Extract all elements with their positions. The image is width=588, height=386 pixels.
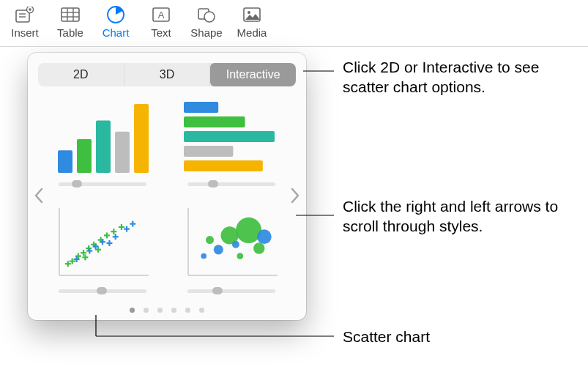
toolbar-insert[interactable]: Insert [9, 4, 41, 39]
tab-3d[interactable]: 3D [124, 63, 211, 86]
chart-thumb-bar[interactable] [180, 100, 283, 188]
svg-rect-22 [134, 104, 149, 173]
thumb-slider[interactable] [59, 180, 146, 188]
thumb-slider[interactable] [187, 180, 275, 188]
chart-popover: 2D 3D Interactive [28, 53, 306, 320]
chart-thumb-bubble[interactable] [180, 207, 283, 294]
chart-gallery [38, 100, 296, 294]
toolbar: Insert Table Chart A Text Shape Media [0, 0, 588, 47]
insert-icon [15, 4, 35, 25]
svg-rect-20 [96, 120, 111, 173]
svg-rect-19 [77, 139, 92, 173]
callout-scatter: Scatter chart [343, 327, 430, 346]
svg-point-76 [237, 253, 243, 259]
toolbar-table[interactable]: Table [54, 4, 86, 39]
svg-rect-18 [58, 150, 72, 173]
svg-rect-24 [184, 116, 245, 127]
svg-point-15 [204, 12, 215, 22]
toolbar-shape[interactable]: Shape [190, 4, 223, 39]
svg-rect-26 [184, 146, 233, 157]
toolbar-chart[interactable]: Chart [100, 4, 132, 39]
thumb-slider[interactable] [59, 287, 146, 294]
page-dot[interactable] [130, 308, 135, 313]
svg-rect-6 [62, 8, 79, 21]
page-dot[interactable] [199, 308, 204, 313]
bubble-chart-preview [184, 207, 279, 280]
svg-point-78 [214, 245, 223, 254]
page-dot[interactable] [157, 308, 163, 313]
pie-icon [105, 4, 126, 25]
svg-point-77 [201, 253, 206, 259]
shape-icon [196, 4, 217, 25]
callout-arrows: Click the right and left arrows to scrol… [343, 196, 577, 237]
svg-point-72 [206, 236, 214, 244]
tab-2d[interactable]: 2D [38, 63, 124, 86]
chart-thumb-scatter[interactable] [51, 207, 154, 294]
svg-rect-23 [184, 102, 218, 113]
scatter-chart-preview [55, 207, 150, 280]
svg-point-17 [248, 11, 250, 14]
toolbar-label: Table [57, 26, 83, 39]
tab-interactive[interactable]: Interactive [210, 63, 296, 86]
textbox-icon: A [151, 4, 171, 25]
svg-text:A: A [158, 10, 165, 21]
toolbar-text[interactable]: A Text [145, 4, 177, 39]
svg-rect-27 [184, 160, 263, 171]
page-dot[interactable] [144, 308, 149, 313]
toolbar-label: Insert [11, 26, 39, 39]
svg-rect-25 [184, 131, 275, 142]
media-icon [242, 4, 262, 25]
svg-point-79 [232, 241, 239, 248]
svg-point-80 [257, 229, 272, 244]
thumb-slider[interactable] [187, 287, 275, 294]
toolbar-media[interactable]: Media [236, 4, 268, 39]
page-dots [38, 308, 296, 313]
column-chart-preview [55, 100, 150, 173]
toolbar-label: Text [151, 26, 171, 39]
svg-point-75 [253, 242, 264, 253]
page-dot[interactable] [171, 308, 176, 313]
toolbar-label: Chart [103, 26, 130, 39]
chart-thumb-column[interactable] [51, 100, 154, 188]
toolbar-label: Media [237, 26, 267, 39]
callout-tabs: Click 2D or Interactive to see scatter c… [343, 57, 577, 97]
chart-dimension-tabs: 2D 3D Interactive [38, 63, 296, 86]
page-dot[interactable] [185, 308, 190, 313]
table-icon [60, 4, 81, 25]
bar-chart-preview [184, 100, 279, 173]
toolbar-label: Shape [190, 26, 222, 39]
svg-rect-21 [115, 132, 130, 173]
